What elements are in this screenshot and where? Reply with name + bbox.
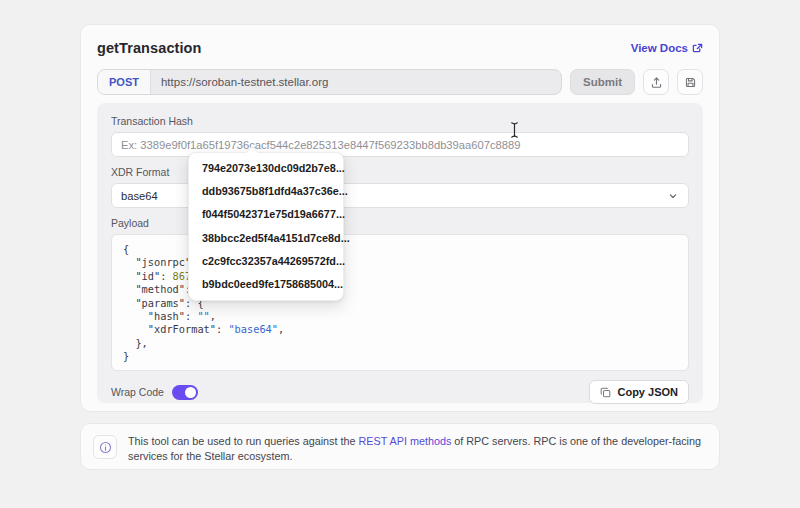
copy-json-button[interactable]: Copy JSON [589, 380, 689, 404]
hash-suggestions-dropdown: 794e2073e130dc09d2b7e8...ddb93675b8f1dfd… [188, 152, 344, 301]
code-line: "xdrFormat": "base64", [123, 323, 677, 336]
submit-button[interactable]: Submit [570, 69, 635, 95]
save-icon [684, 76, 697, 89]
info-icon [99, 441, 112, 454]
copy-json-label: Copy JSON [617, 386, 678, 398]
endpoint-url-input[interactable]: POST https://soroban-testnet.stellar.org [97, 69, 562, 95]
upload-icon [650, 76, 663, 89]
hash-suggestion-item[interactable]: b9bdc0eed9fe1758685004... [189, 273, 343, 296]
hash-suggestion-item[interactable]: f044f5042371e75d19a6677... [189, 203, 343, 226]
copy-icon [600, 387, 611, 398]
view-docs-label: View Docs [631, 42, 688, 54]
wrap-code-label: Wrap Code [111, 386, 164, 398]
hash-suggestion-item[interactable]: 794e2073e130dc09d2b7e8... [189, 157, 343, 180]
card-header: getTransaction View Docs [97, 37, 703, 59]
save-button[interactable] [677, 69, 703, 95]
http-method-badge: POST [98, 70, 151, 94]
panel-footer: Wrap Code Copy JSON [111, 380, 689, 404]
request-bar: POST https://soroban-testnet.stellar.org… [97, 69, 703, 95]
xdr-format-value: base64 [121, 190, 158, 202]
endpoint-url-value: https://soroban-testnet.stellar.org [151, 70, 338, 94]
code-line: "hash": "", [123, 310, 677, 323]
dropdown-list: 794e2073e130dc09d2b7e8...ddb93675b8f1dfd… [189, 157, 343, 296]
api-explorer-card: getTransaction View Docs POST https://so… [80, 24, 720, 412]
transaction-hash-field: Transaction Hash [111, 115, 689, 157]
share-button[interactable] [643, 69, 669, 95]
page-title: getTransaction [97, 40, 202, 56]
info-note-card: This tool can be used to run queries aga… [80, 423, 720, 470]
toggle-knob [185, 387, 196, 398]
hash-suggestion-item[interactable]: 38bbcc2ed5f4a4151d7ce8d... [189, 227, 343, 250]
code-line: }, [123, 337, 677, 350]
hash-suggestion-item[interactable]: c2c9fcc32357a44269572fd... [189, 250, 343, 273]
info-icon-button[interactable] [93, 435, 117, 459]
hash-suggestion-item[interactable]: ddb93675b8f1dfd4a37c36e... [189, 180, 343, 203]
external-link-icon [692, 43, 703, 54]
chevron-down-icon [667, 190, 679, 202]
wrap-code-toggle[interactable] [172, 385, 198, 400]
info-text-before: This tool can be used to run queries aga… [128, 435, 358, 447]
page: getTransaction View Docs POST https://so… [0, 0, 800, 508]
wrap-code-group: Wrap Code [111, 385, 198, 400]
rest-api-methods-link[interactable]: REST API methods [358, 435, 451, 447]
info-note-text: This tool can be used to run queries aga… [128, 434, 707, 464]
text-cursor [508, 121, 521, 143]
transaction-hash-label: Transaction Hash [111, 115, 689, 127]
code-line: } [123, 350, 677, 363]
view-docs-link[interactable]: View Docs [631, 42, 703, 54]
